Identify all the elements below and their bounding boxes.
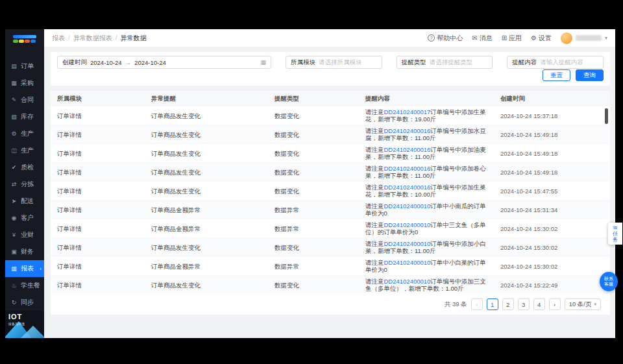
cell-content: 请注意DD24102400017订单编号中添加生菜花，新增下单数：19.00斤: [359, 106, 494, 125]
header-actions: ? 帮助中心 ✉ 消息 ⊞ 应用 ⚙ 设置 ▾: [428, 32, 607, 44]
breadcrumb-item-exception-report[interactable]: 异常数据报表: [73, 34, 112, 43]
sidebar-item-purchase[interactable]: ▦ 采购 ›: [5, 75, 44, 91]
sidebar-item-finance[interactable]: ▣ 财务 ›: [5, 243, 44, 260]
customer-service-label: 联系客服: [604, 276, 614, 287]
sidebar-item-production-2[interactable]: ◫ 生产 ›: [5, 142, 44, 159]
order-number-link[interactable]: DD24102400010: [384, 278, 431, 285]
cell-time: 2024-10-24 15:37:18: [494, 110, 601, 121]
order-number-link[interactable]: DD24102400010: [384, 202, 431, 210]
chevron-right-icon: ›: [40, 266, 42, 272]
sidebar-item-business-finance[interactable]: ¥ 业财 ›: [5, 226, 44, 243]
gear-icon: ⚙: [531, 34, 537, 42]
settings-button[interactable]: ⚙ 设置: [531, 34, 552, 43]
sidebar-item-sorting[interactable]: ⇄ 分拣 ›: [5, 176, 44, 193]
cell-alert: 订单商品发生变化: [145, 186, 268, 197]
content-prefix: 请注意: [365, 127, 384, 134]
order-number-link[interactable]: DD24102400010: [384, 240, 431, 247]
next-page-button[interactable]: ›: [549, 298, 561, 310]
order-number-link[interactable]: DD24102400016: [384, 165, 431, 172]
cell-time: 2024-10-24 15:49:18: [494, 148, 601, 159]
sidebar-item-label: 生产: [21, 129, 34, 138]
header: 报表 / 异常数据报表 / 异常数据 ? 帮助中心 ✉ 消息 ⊞ 应用 ⚙ 设置: [44, 29, 615, 47]
cell-module: 订单详情: [51, 148, 145, 159]
cell-alert: 订单商品金额异常: [145, 223, 268, 234]
sidebar-item-inventory[interactable]: ▧ 库存 ›: [5, 108, 44, 125]
sidebar-item-delivery[interactable]: ➤ 配送 ›: [5, 193, 44, 210]
cell-type: 数据变化: [268, 129, 359, 140]
cell-type: 数据变化: [268, 110, 359, 121]
task-fab[interactable]: ≋ 任务: [608, 223, 622, 245]
brand-logo[interactable]: [5, 29, 44, 49]
sidebar-item-customers[interactable]: ◉ 客户 ›: [5, 210, 44, 226]
sidebar-item-icon: ✎: [10, 97, 18, 103]
iot-logo: IOT 设备与环境: [5, 311, 44, 338]
sidebar-item-contracts[interactable]: ✎ 合同 ›: [5, 91, 44, 108]
sidebar-item-icon: ¥: [10, 232, 18, 238]
sidebar-item-label: 配送: [21, 197, 34, 206]
page-button[interactable]: 4: [533, 298, 545, 310]
page-button[interactable]: 3: [518, 298, 530, 310]
reset-button[interactable]: 重置: [543, 69, 570, 81]
search-button[interactable]: 查询: [576, 69, 604, 81]
prev-page-button[interactable]: ‹: [471, 298, 483, 310]
scrollbar-thumb[interactable]: [605, 108, 608, 124]
sidebar-item-icon: ⚙: [10, 130, 18, 137]
order-number-link[interactable]: DD24102400010: [384, 221, 431, 228]
sidebar-item-label: 报表: [21, 264, 34, 273]
date-range-field[interactable]: 创建时间 2024-10-24 → 2024-10-24 ▦: [57, 56, 271, 69]
table-row: 订单详情 订单商品金额异常 数据异常 请注意DD24102400010订单中小白…: [51, 257, 610, 276]
cell-module: 订单详情: [51, 242, 145, 253]
module-placeholder: 请选择所属模块: [319, 58, 362, 67]
cell-time: 2024-10-24 15:30:02: [494, 261, 601, 272]
breadcrumb-item-reports[interactable]: 报表: [52, 34, 65, 43]
user-menu[interactable]: ▾: [561, 32, 607, 44]
order-number-link[interactable]: DD24102400016: [384, 146, 431, 153]
date-label: 创建时间: [62, 58, 87, 67]
sidebar-item-icon: ▦: [10, 80, 18, 86]
content-prefix: 请注意: [365, 240, 384, 247]
module-select[interactable]: 所属模块 请选择所属模块: [286, 56, 382, 69]
cell-content: 请注意DD24102400016订单编号中添加水豆腐，新增下单数：11.00斤: [359, 125, 494, 143]
sidebar-item-icon: ↻: [10, 299, 18, 306]
sidebar-item-orders[interactable]: ▤ 订单 ›: [5, 58, 44, 75]
page-button[interactable]: 2: [502, 298, 514, 310]
order-number-link[interactable]: DD24102400016: [384, 184, 431, 191]
sidebar-item-label: 质检: [21, 163, 34, 172]
page-size-select[interactable]: 10 条/页 ▾: [565, 298, 601, 310]
sidebar-item-label: 分拣: [21, 180, 34, 189]
order-number-link[interactable]: DD24102400016: [384, 127, 431, 134]
sidebar-item-icon: ▥: [10, 265, 18, 272]
sidebar-item-reports[interactable]: ▥ 报表 ›: [5, 260, 44, 277]
apps-label: 应用: [509, 34, 522, 43]
type-select[interactable]: 提醒类型 请选择提醒类型: [397, 56, 493, 69]
table-row: 订单详情 订单商品金额异常 数据异常 请注意DD24102400010订单中小南…: [51, 200, 610, 219]
sidebar-item-label: 客户: [21, 213, 34, 223]
breadcrumb: 报表 / 异常数据报表 / 异常数据: [52, 34, 147, 43]
sidebar-item-icon: ◫: [10, 147, 18, 154]
cell-alert: 订单商品金额异常: [145, 204, 268, 215]
sidebar-item-sync[interactable]: ↻ 同步 ›: [5, 294, 44, 311]
content-prefix: 请注意: [365, 202, 384, 210]
customer-service-fab[interactable]: 联系客服: [600, 272, 618, 291]
col-content: 提醒内容: [359, 95, 494, 103]
apps-button[interactable]: ⊞ 应用: [502, 34, 522, 43]
help-center-button[interactable]: ? 帮助中心: [428, 34, 463, 43]
sidebar-item-student-meals[interactable]: ♨ 学生餐 ›: [5, 277, 44, 294]
cell-alert: 订单商品发生变化: [145, 280, 268, 291]
cell-time: 2024-10-24 15:49:18: [494, 167, 601, 178]
page-button[interactable]: 1: [487, 298, 498, 310]
sidebar-item-icon: ⇄: [10, 181, 18, 188]
table-row: 订单详情 订单商品发生变化 数据变化 请注意DD24102400010订单编号中…: [51, 238, 610, 257]
cell-content: 请注意DD24102400010订单中小南瓜的订单单价为0: [359, 200, 494, 219]
cell-content: 请注意DD24102400010订单编号中添加小白菜，新增下单数：11.00斤: [359, 238, 494, 256]
sidebar-item-quality[interactable]: ✔ 质检 ›: [5, 159, 44, 176]
order-number-link[interactable]: DD24102400017: [384, 108, 431, 115]
sidebar-item-production[interactable]: ⚙ 生产 ›: [5, 125, 44, 142]
settings-label: 设置: [539, 34, 552, 43]
order-number-link[interactable]: DD24102400010: [384, 259, 431, 266]
cell-time: 2024-10-24 15:22:49: [494, 280, 601, 291]
iot-title: IOT: [8, 313, 22, 321]
table-card: 所属模块 异常提醒 提醒类型 提醒内容 创建时间 订单详情 订单商品发生变化 数…: [51, 91, 610, 315]
messages-button[interactable]: ✉ 消息: [472, 34, 492, 43]
content-input[interactable]: 提醒内容 请输入提醒内容: [507, 56, 604, 69]
